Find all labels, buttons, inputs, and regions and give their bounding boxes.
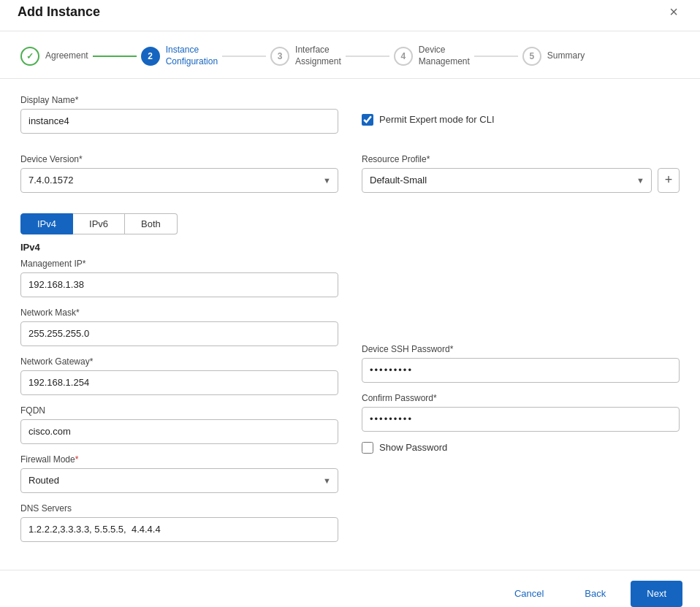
step-label-5: Summary: [547, 50, 585, 62]
col-permit-expert: Permit Expert mode for CLI: [362, 95, 680, 144]
cancel-button[interactable]: Cancel: [498, 581, 560, 607]
fqdn-label: FQDN: [20, 405, 338, 416]
display-name-label: Display Name*: [20, 95, 338, 105]
next-button[interactable]: Next: [631, 581, 682, 607]
device-version-select-wrap: 7.4.0.1572 7.3.0 7.2.0 ▼: [20, 168, 338, 193]
network-mask-group: Network Mask*: [20, 308, 338, 346]
row-ipv4-section: IPv4 Management IP* Network Mask* Networ…: [20, 242, 680, 552]
ipv4-section-title: IPv4: [20, 242, 338, 253]
confirm-password-label: Confirm Password*: [362, 393, 680, 403]
firewall-mode-select[interactable]: Routed Transparent: [20, 468, 338, 493]
step-label-1: Agreement: [45, 50, 88, 62]
permit-expert-checkbox[interactable]: [362, 114, 373, 126]
step-3: 3 InterfaceAssignment: [270, 45, 341, 67]
fqdn-group: FQDN: [20, 405, 338, 444]
network-mask-label: Network Mask*: [20, 308, 338, 318]
display-name-input[interactable]: [20, 109, 338, 134]
stepper: ✓ Agreement 2 InstanceConfiguration 3 In…: [0, 31, 700, 78]
step-connector-2: [222, 56, 266, 57]
dns-servers-group: DNS Servers: [20, 503, 338, 542]
network-gateway-group: Network Gateway*: [20, 356, 338, 395]
add-instance-modal: Add Instance × ✓ Agreement 2 InstanceCon…: [0, 0, 700, 607]
step-circle-5: 5: [522, 47, 541, 66]
step-2: 2 InstanceConfiguration: [141, 45, 218, 67]
network-gateway-label: Network Gateway*: [20, 356, 338, 367]
device-version-select[interactable]: 7.4.0.1572 7.3.0 7.2.0: [20, 168, 338, 193]
management-ip-label: Management IP*: [20, 259, 338, 269]
modal-body: Display Name* Permit Expert mode for CLI…: [0, 79, 700, 570]
modal-footer: Cancel Back Next: [0, 570, 700, 607]
step-connector-1: [93, 56, 137, 57]
ssh-password-input[interactable]: [362, 358, 680, 383]
step-label-4: DeviceManagement: [419, 45, 470, 67]
display-name-group: Display Name*: [20, 95, 338, 134]
col-resource-profile: Resource Profile* Default-Small Default-…: [362, 154, 680, 203]
col-ipv4: IPv4 Management IP* Network Mask* Networ…: [20, 242, 338, 552]
network-gateway-input[interactable]: [20, 370, 338, 395]
add-resource-button[interactable]: +: [658, 168, 680, 193]
close-button[interactable]: ×: [665, 3, 682, 20]
confirm-password-input[interactable]: [362, 407, 680, 432]
step-circle-3: 3: [270, 47, 289, 66]
modal-overlay: Add Instance × ✓ Agreement 2 InstanceCon…: [0, 0, 700, 607]
firewall-mode-select-wrap: Routed Transparent ▼: [20, 468, 338, 493]
back-button[interactable]: Back: [568, 581, 622, 607]
step-4: 4 DeviceManagement: [394, 45, 470, 67]
step-5: 5 Summary: [522, 47, 585, 66]
firewall-mode-group: Firewall Mode* Routed Transparent ▼: [20, 454, 338, 493]
show-password-row: Show Password: [362, 442, 680, 454]
device-version-label: Device Version*: [20, 154, 338, 164]
step-circle-1: ✓: [20, 47, 39, 66]
device-version-group: Device Version* 7.4.0.1572 7.3.0 7.2.0 ▼: [20, 154, 338, 193]
resource-profile-label: Resource Profile*: [362, 154, 680, 164]
ip-tabs: IPv4 IPv6 Both: [20, 213, 680, 234]
row-device-version: Device Version* 7.4.0.1572 7.3.0 7.2.0 ▼: [20, 154, 680, 203]
dns-servers-input[interactable]: [20, 517, 338, 542]
tab-ipv4[interactable]: IPv4: [20, 213, 73, 234]
permit-expert-label: Permit Expert mode for CLI: [379, 114, 495, 125]
show-password-label: Show Password: [379, 442, 447, 453]
network-mask-input[interactable]: [20, 321, 338, 346]
resource-profile-group: Resource Profile* Default-Small Default-…: [362, 154, 680, 193]
step-connector-4: [474, 56, 518, 57]
firewall-mode-label: Firewall Mode*: [20, 454, 338, 465]
row-display-name: Display Name* Permit Expert mode for CLI: [20, 95, 680, 144]
step-connector-3: [346, 56, 389, 57]
resource-profile-row: Default-Small Default-Medium Default-Lar…: [362, 168, 680, 193]
step-label-3: InterfaceAssignment: [295, 45, 341, 67]
resource-profile-select-wrap: Default-Small Default-Medium Default-Lar…: [362, 168, 652, 193]
ssh-password-label: Device SSH Password*: [362, 344, 680, 354]
tab-both[interactable]: Both: [125, 213, 178, 234]
col-right-passwords: Device SSH Password* Confirm Password* S…: [362, 242, 680, 552]
step-circle-2: 2: [141, 47, 160, 66]
dns-servers-label: DNS Servers: [20, 503, 338, 514]
management-ip-input[interactable]: [20, 272, 338, 297]
password-spacer: Device SSH Password* Confirm Password* S…: [362, 344, 680, 454]
show-password-checkbox[interactable]: [362, 442, 373, 454]
modal-header: Add Instance ×: [0, 0, 700, 31]
step-1: ✓ Agreement: [20, 47, 88, 66]
col-display-name: Display Name*: [20, 95, 338, 144]
permit-expert-row: Permit Expert mode for CLI: [362, 114, 680, 126]
management-ip-group: Management IP*: [20, 259, 338, 297]
col-device-version: Device Version* 7.4.0.1572 7.3.0 7.2.0 ▼: [20, 154, 338, 203]
resource-profile-select[interactable]: Default-Small Default-Medium Default-Lar…: [362, 168, 652, 193]
ssh-password-group: Device SSH Password*: [362, 344, 680, 383]
resource-profile-select-group: Default-Small Default-Medium Default-Lar…: [362, 168, 652, 193]
step-label-2: InstanceConfiguration: [166, 45, 218, 67]
confirm-password-group: Confirm Password*: [362, 393, 680, 432]
modal-title: Add Instance: [18, 4, 100, 20]
fqdn-input[interactable]: [20, 419, 338, 444]
step-circle-4: 4: [394, 47, 413, 66]
tab-ipv6[interactable]: IPv6: [73, 213, 125, 234]
